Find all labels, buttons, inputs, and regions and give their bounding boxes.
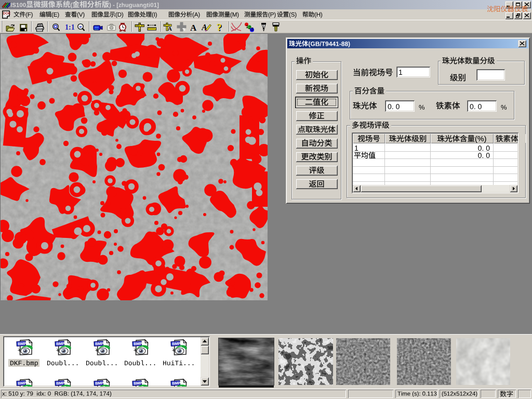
svg-text:A: A	[168, 25, 172, 32]
svg-text:DOC: DOC	[3, 11, 10, 15]
svg-text:?: ?	[217, 23, 222, 32]
svg-text:1:1: 1:1	[65, 23, 75, 31]
svg-text:3: 3	[251, 26, 254, 32]
svg-text:A: A	[190, 23, 197, 32]
